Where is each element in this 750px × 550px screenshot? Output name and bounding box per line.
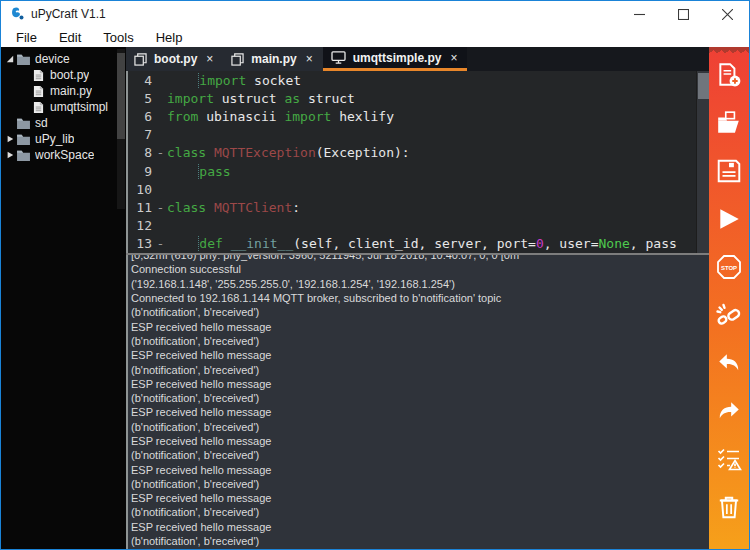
- close-button[interactable]: [705, 1, 749, 27]
- tab-close-icon[interactable]: ×: [448, 52, 459, 64]
- app-logo-icon: [9, 6, 25, 22]
- tab-close-icon[interactable]: ×: [204, 53, 215, 65]
- tree-arrow-spacer: [19, 86, 30, 96]
- code-line: 13- def __init__(self, client_id, server…: [128, 235, 709, 253]
- tab-boot-py[interactable]: boot.py×: [126, 47, 223, 71]
- fold-collapse-icon[interactable]: -: [154, 145, 167, 160]
- menu-tools[interactable]: Tools: [92, 27, 144, 47]
- line-number: 6: [128, 109, 154, 124]
- console-line: ESP received hello message: [131, 462, 709, 476]
- tab-close-icon[interactable]: ×: [304, 53, 315, 65]
- tab-label: main.py: [251, 52, 296, 66]
- console-line: ESP received hello message: [131, 405, 709, 419]
- main-area: deviceboot.pymain.pyumqttsimplsduPy_libw…: [1, 47, 749, 549]
- line-number: 12: [128, 218, 154, 233]
- code-line: 10: [128, 180, 709, 198]
- pages-icon: [134, 53, 147, 66]
- svg-text:STOP: STOP: [721, 265, 737, 271]
- tree-arrow-spacer: [4, 118, 15, 128]
- fold-collapse-icon[interactable]: -: [154, 236, 167, 251]
- file-icon: [30, 85, 46, 98]
- folder-icon: [15, 133, 31, 145]
- editor-scrollbar[interactable]: [696, 71, 709, 253]
- tree-arrow-spacer: [19, 70, 30, 80]
- tab-umqttsimple-py[interactable]: umqttsimple.py×: [323, 47, 468, 71]
- maximize-button[interactable]: [661, 1, 705, 27]
- tree-item-umqttsimpl[interactable]: umqttsimpl: [1, 99, 126, 115]
- minimize-button[interactable]: [617, 1, 661, 27]
- menu-bar: FileEditToolsHelp: [1, 27, 749, 47]
- tree-item-workspace[interactable]: workSpace: [1, 147, 126, 163]
- console-line: ESP received hello message: [131, 434, 709, 448]
- tree-item-main-py[interactable]: main.py: [1, 83, 126, 99]
- code-text: import ustruct as struct: [167, 91, 355, 106]
- monitor-icon: [331, 51, 346, 64]
- tree-item-sd[interactable]: sd: [1, 115, 126, 131]
- tree-item-label: main.py: [50, 84, 92, 98]
- console-line: ESP received hello message: [131, 348, 709, 362]
- code-line: 11-class MQTTClient:: [128, 198, 709, 216]
- code-text: pass: [167, 164, 231, 179]
- console-line: ESP received hello message: [131, 520, 709, 534]
- line-number: 10: [128, 182, 154, 197]
- tree-collapsed-arrow-icon[interactable]: [4, 150, 15, 160]
- tree-collapsed-arrow-icon[interactable]: [4, 134, 15, 144]
- clear-console-button[interactable]: [715, 493, 743, 521]
- folder-icon: [15, 149, 31, 161]
- console-line: Connected to 192.168.1.144 MQTT broker, …: [131, 291, 709, 305]
- folder-icon: [15, 53, 31, 65]
- console-line: (b'notification', b'received'): [131, 448, 709, 462]
- tab-main-py[interactable]: main.py×: [223, 47, 322, 71]
- console-line: ESP received hello message: [131, 377, 709, 391]
- code-text: import socket: [167, 73, 301, 88]
- console-line: ESP received hello message: [131, 319, 709, 333]
- pages-icon: [231, 53, 244, 66]
- tab-label: umqttsimple.py: [353, 51, 442, 65]
- syntax-check-button[interactable]: [715, 445, 743, 473]
- menu-file[interactable]: File: [5, 27, 48, 47]
- code-line: 6from ubinascii import hexlify: [128, 107, 709, 125]
- save-file-button[interactable]: [715, 157, 743, 185]
- new-file-button[interactable]: [715, 61, 743, 89]
- tab-bar: boot.py×main.py×umqttsimple.py×: [126, 47, 709, 71]
- connect-button[interactable]: [715, 301, 743, 329]
- redo-button[interactable]: [715, 397, 743, 425]
- code-editor[interactable]: 4 import socket5import ustruct as struct…: [126, 71, 709, 253]
- folder-icon: [15, 117, 31, 129]
- tree-item-device[interactable]: device: [1, 51, 126, 67]
- window-controls: [617, 1, 749, 27]
- code-line: 9 pass: [128, 162, 709, 180]
- line-number: 4: [128, 73, 154, 88]
- tree-scrollbar[interactable]: [117, 49, 125, 209]
- code-text: class MQTTException(Exception):: [167, 145, 410, 160]
- line-number: 13: [128, 236, 154, 251]
- console-line: (b'notification', b'received'): [131, 534, 709, 548]
- stop-button[interactable]: STOP: [715, 253, 743, 281]
- tree-expanded-arrow-icon[interactable]: [4, 54, 15, 64]
- tree-item-boot-py[interactable]: boot.py: [1, 67, 126, 83]
- code-line: 5import ustruct as struct: [128, 89, 709, 107]
- right-toolbar: STOP: [709, 47, 749, 549]
- tree-scrollbar-thumb[interactable]: [117, 53, 125, 139]
- tree-item-upy-lib[interactable]: uPy_lib: [1, 131, 126, 147]
- console-line: (b'notification', b'received'): [131, 477, 709, 491]
- console-line: (b'notification', b'received'): [131, 505, 709, 519]
- console-line: [0;32mI (616) phy: phy_version: 3960, 52…: [131, 255, 709, 262]
- menu-help[interactable]: Help: [145, 27, 194, 47]
- undo-button[interactable]: [715, 349, 743, 377]
- fold-collapse-icon[interactable]: -: [154, 200, 167, 215]
- editor-scrollbar-thumb[interactable]: [698, 73, 709, 99]
- tree-item-label: boot.py: [50, 68, 89, 82]
- download-run-button[interactable]: [715, 205, 743, 233]
- window-title: uPyCraft V1.1: [31, 7, 106, 21]
- console-line: (b'notification', b'received'): [131, 362, 709, 376]
- title-bar: uPyCraft V1.1: [1, 1, 749, 27]
- console-panel[interactable]: [0;32mI (616) phy: phy_version: 3960, 52…: [126, 255, 709, 549]
- console-line: (b'notification', b'received'): [131, 391, 709, 405]
- menu-edit[interactable]: Edit: [48, 27, 92, 47]
- console-line: (b'notification', b'received'): [131, 334, 709, 348]
- line-number: 8: [128, 145, 154, 160]
- console-line: ESP received hello message: [131, 491, 709, 505]
- tree-item-label: workSpace: [35, 148, 94, 162]
- open-file-button[interactable]: [715, 109, 743, 137]
